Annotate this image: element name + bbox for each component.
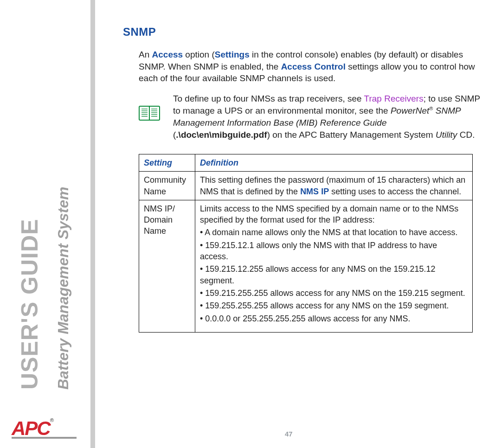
intro-paragraph: An Access option (Settings in the contro… xyxy=(139,49,480,84)
cell-definition: This setting defines the password (maxim… xyxy=(195,172,473,200)
section-title: SNMP xyxy=(123,26,480,38)
list-item: • 0.0.0.0 or 255.255.255.255 allows acce… xyxy=(200,313,468,324)
logo-registered: ® xyxy=(50,417,54,423)
mibguide-path: .\doc\en\mibguide.pdf xyxy=(176,130,267,140)
guide-subtitle-vertical: Battery Management System xyxy=(55,187,72,390)
sidebar-divider xyxy=(90,0,95,448)
guide-title-vertical: USER'S GUIDE xyxy=(16,219,43,390)
settings-table: Setting Definition Community Name This s… xyxy=(139,154,473,333)
access-keyword: Access xyxy=(152,50,183,59)
cell-setting: NMS IP/ Domain Name xyxy=(139,200,195,332)
list-item: • 159.215.255.255 allows access for any … xyxy=(200,288,468,299)
sidebar: USER'S GUIDE Battery Management System A… xyxy=(0,0,97,448)
logo-text: APC xyxy=(12,417,50,439)
access-control-keyword: Access Control xyxy=(281,62,346,71)
list-item: • 159.215.12.255 allows access for any N… xyxy=(200,263,468,286)
page-number: 47 xyxy=(285,430,293,438)
apc-logo: APC® xyxy=(12,417,77,439)
table-header-row: Setting Definition xyxy=(139,154,473,171)
settings-keyword: Settings xyxy=(215,50,250,59)
note-text: To define up to four NMSs as trap receiv… xyxy=(173,93,480,141)
trap-receivers-link[interactable]: Trap Receivers xyxy=(364,94,424,103)
main-content: SNMP An Access option (Settings in the c… xyxy=(123,26,480,333)
note-block: To define up to four NMSs as trap receiv… xyxy=(139,93,480,141)
list-item: • A domain name allows only the NMS at t… xyxy=(200,227,468,238)
guide-title-text: USER'S GUIDE xyxy=(17,219,43,390)
cell-definition: Limits access to the NMS specified by a … xyxy=(195,200,473,332)
table-row: NMS IP/ Domain Name Limits access to the… xyxy=(139,200,473,332)
list-item: • 159.255.255.255 allows access for any … xyxy=(200,300,468,311)
list-item: • 159.215.12.1 allows only the NMS with … xyxy=(200,240,468,262)
book-icon xyxy=(139,105,161,123)
table-row: Community Name This setting defines the … xyxy=(139,172,473,200)
col-setting: Setting xyxy=(139,154,195,171)
col-definition: Definition xyxy=(195,154,473,171)
nms-ip-keyword: NMS IP xyxy=(300,187,329,196)
cell-setting: Community Name xyxy=(139,172,195,200)
